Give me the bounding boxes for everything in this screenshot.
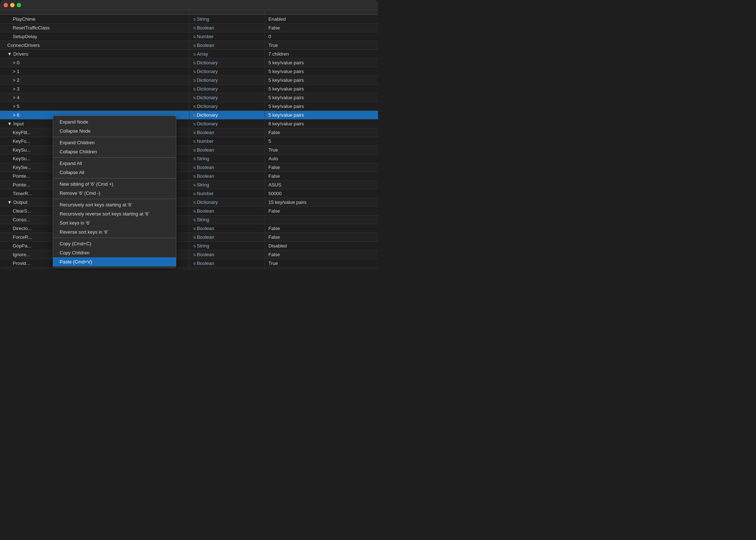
menu-item[interactable]: Reverse sort keys in '6' [53,227,176,237]
header-type [189,10,265,15]
type-cell: ⇅Boolean [189,259,265,268]
value-cell: False [265,250,378,259]
type-cell: ⇅Array [189,50,265,59]
table-row[interactable]: > 4 ⇅Dictionary 5 key/value pairs [0,93,378,102]
title-bar [0,0,378,10]
menu-item[interactable]: New sibling of '6' (Cmd +) [53,180,176,189]
type-cell: ⇅String [189,181,265,189]
value-cell: 5 [265,137,378,146]
table-header-row [0,10,378,15]
menu-item[interactable]: Expand Node [53,117,176,126]
header-value [265,10,378,15]
value-cell: False [265,128,378,137]
menu-item[interactable]: Copy (Cmd+C) [53,239,176,248]
menu-item[interactable]: Collapse Node [53,126,176,136]
menu-item[interactable]: Collapse Children [53,147,176,156]
value-cell [265,215,378,224]
type-cell: ⇅Boolean [189,268,265,270]
value-cell: True [265,41,378,50]
type-cell: ⇅Dictionary [189,76,265,85]
table-row[interactable]: ResetTrafficClass ⇅Boolean False [0,24,378,32]
type-cell: ⇅Dictionary [189,198,265,207]
value-cell: Disabled [265,242,378,250]
table-row[interactable]: SetupDelay ⇅Number 0 [0,32,378,41]
value-cell: True [265,259,378,268]
value-cell: 15 key/value pairs [265,198,378,207]
menu-item[interactable]: Collapse All [53,168,176,177]
value-cell: 5 key/value pairs [265,102,378,111]
value-cell: False [265,207,378,215]
menu-divider [53,178,176,178]
key-cell: PlayChime [0,15,189,24]
key-cell: ResetTrafficClass [0,24,189,32]
menu-item[interactable]: Paste (Cmd+V) [53,257,176,266]
table-row[interactable]: > 2 ⇅Dictionary 5 key/value pairs [0,76,378,85]
menu-divider [53,199,176,199]
type-cell: ⇅Boolean [189,250,265,259]
type-cell: ⇅Dictionary [189,85,265,93]
value-cell: 8 key/value pairs [265,120,378,128]
value-cell: False [265,163,378,172]
type-cell: ⇅Number [189,137,265,146]
value-cell: Auto [265,154,378,163]
minimize-button[interactable] [10,3,15,7]
type-cell: ⇅Boolean [189,207,265,215]
value-cell: False [265,24,378,32]
key-cell: > 1 [0,67,189,76]
table-row[interactable]: > 0 ⇅Dictionary 5 key/value pairs [0,59,378,67]
value-cell: 50000 [265,189,378,198]
menu-item[interactable]: Expand All [53,159,176,168]
type-cell: ⇅Dictionary [189,93,265,102]
table-row[interactable]: > 5 ⇅Dictionary 5 key/value pairs [0,102,378,111]
type-cell: ⇅Boolean [189,128,265,137]
maximize-button[interactable] [17,3,21,7]
value-cell: False [265,233,378,242]
key-cell: ▼ Drivers [0,50,189,59]
type-cell: ⇅Boolean [189,41,265,50]
table-row[interactable]: PlayChime ⇅String Enabled [0,15,378,24]
table-row[interactable]: > 3 ⇅Dictionary 5 key/value pairs [0,85,378,93]
type-cell: ⇅Boolean [189,233,265,242]
value-cell: 5 key/value pairs [265,85,378,93]
type-cell: ⇅Boolean [189,146,265,154]
type-cell: ⇅Dictionary [189,67,265,76]
key-cell: ConnectDrivers [0,41,189,50]
value-cell: True [265,146,378,154]
menu-item[interactable]: Recursively sort keys starting at '6' [53,200,176,209]
value-cell: 5 key/value pairs [265,111,378,120]
menu-item[interactable]: Copy Children [53,248,176,257]
value-cell: 5 key/value pairs [265,67,378,76]
type-cell: ⇅Dictionary [189,59,265,67]
value-cell: 7 children [265,50,378,59]
type-cell: ⇅String [189,242,265,250]
type-cell: ⇅Dictionary [189,102,265,111]
value-cell: Enabled [265,15,378,24]
value-cell: 0 [265,32,378,41]
table-row[interactable]: ▼ Drivers ⇅Array 7 children [0,50,378,59]
menu-item[interactable]: Remove '6' (Cmd -) [53,189,176,198]
type-cell: ⇅Boolean [189,163,265,172]
key-cell: > 2 [0,76,189,85]
table-row[interactable]: > 1 ⇅Dictionary 5 key/value pairs [0,67,378,76]
type-cell: ⇅Dictionary [189,120,265,128]
key-cell: SetupDelay [0,32,189,41]
menu-divider [53,157,176,158]
type-cell: ⇅String [189,15,265,24]
type-cell: ⇅Boolean [189,224,265,233]
type-cell: ⇅Dictionary [189,111,265,120]
menu-item[interactable]: Expand Children [53,138,176,147]
close-button[interactable] [4,3,8,7]
menu-divider [53,238,176,238]
value-cell: ASUS [265,181,378,189]
value-cell: False [265,268,378,270]
traffic-lights [4,3,21,7]
table-row[interactable]: ConnectDrivers ⇅Boolean True [0,41,378,50]
key-cell: > 0 [0,59,189,67]
type-cell: ⇅Boolean [189,172,265,181]
type-cell: ⇅String [189,154,265,163]
context-menu: Expand NodeCollapse NodeExpand ChildrenC… [53,116,176,268]
header-key [0,10,189,15]
menu-item[interactable]: Sort keys in '6' [53,218,176,227]
type-cell: ⇅Boolean [189,24,265,32]
menu-item[interactable]: Recursively reverse sort keys starting a… [53,209,176,218]
